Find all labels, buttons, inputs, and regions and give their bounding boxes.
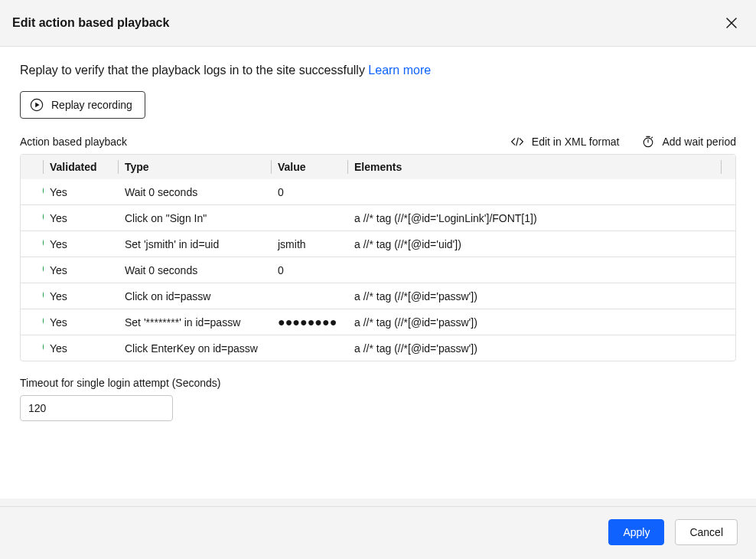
intro-description: Replay to verify that the playback logs … bbox=[20, 64, 368, 77]
check-circle-icon bbox=[42, 340, 44, 354]
row-actions-cell bbox=[722, 335, 735, 361]
check-circle-icon bbox=[42, 184, 44, 198]
elements-cell: a //* tag (//*[@id='passw']) bbox=[348, 283, 722, 309]
check-circle-icon bbox=[42, 288, 44, 302]
add-wait-button[interactable]: Add wait period bbox=[642, 136, 736, 148]
replay-button-label: Replay recording bbox=[51, 99, 132, 111]
check-circle-icon bbox=[42, 262, 44, 276]
type-cell: Set 'jsmith' in id=uid bbox=[119, 231, 272, 257]
col-header-elements[interactable]: Elements bbox=[348, 155, 722, 179]
table-toolbar: Action based playback Edit in XML format… bbox=[20, 136, 736, 148]
table-row[interactable]: YesWait 0 seconds0 bbox=[21, 257, 735, 283]
code-icon bbox=[510, 136, 524, 148]
check-circle-icon bbox=[42, 236, 44, 250]
value-cell: ●●●●●●●● bbox=[272, 309, 348, 335]
value-cell bbox=[272, 283, 348, 309]
row-actions-cell bbox=[722, 283, 735, 309]
add-wait-label: Add wait period bbox=[662, 136, 736, 148]
validated-icon-cell bbox=[21, 335, 44, 361]
elements-cell: a //* tag (//*[@id='uid']) bbox=[348, 231, 722, 257]
timeout-input[interactable] bbox=[20, 395, 173, 421]
col-header-blank bbox=[21, 155, 44, 179]
table-row[interactable]: YesSet '********' in id=passw●●●●●●●●a /… bbox=[21, 309, 735, 335]
row-actions-cell bbox=[722, 179, 735, 205]
svg-marker-3 bbox=[35, 103, 39, 107]
col-header-type[interactable]: Type bbox=[119, 155, 272, 179]
validated-icon-cell bbox=[21, 309, 44, 335]
learn-more-link[interactable]: Learn more bbox=[368, 64, 431, 77]
dialog-header: Edit action based playback bbox=[0, 0, 756, 47]
table-row[interactable]: YesWait 0 seconds0 bbox=[21, 179, 735, 205]
type-cell: Click on id=passw bbox=[119, 283, 272, 309]
validated-cell: Yes bbox=[44, 257, 119, 283]
validated-icon-cell bbox=[21, 283, 44, 309]
validated-cell: Yes bbox=[44, 283, 119, 309]
cancel-button[interactable]: Cancel bbox=[675, 519, 738, 545]
svg-line-4 bbox=[516, 138, 518, 145]
value-cell: 0 bbox=[272, 257, 348, 283]
edit-xml-button[interactable]: Edit in XML format bbox=[510, 136, 620, 148]
validated-icon-cell bbox=[21, 257, 44, 283]
dialog-title: Edit action based playback bbox=[12, 16, 169, 30]
timer-icon bbox=[642, 136, 654, 148]
play-circle-icon bbox=[30, 98, 44, 112]
close-icon bbox=[725, 16, 738, 30]
validated-cell: Yes bbox=[44, 205, 119, 231]
check-circle-icon bbox=[42, 314, 44, 328]
table-row[interactable]: YesClick EnterKey on id=passwa //* tag (… bbox=[21, 335, 735, 361]
apply-button[interactable]: Apply bbox=[608, 519, 664, 545]
section-label: Action based playback bbox=[20, 136, 127, 148]
validated-icon-cell bbox=[21, 231, 44, 257]
check-circle-icon bbox=[42, 210, 44, 224]
edit-xml-label: Edit in XML format bbox=[532, 136, 620, 148]
value-cell: jsmith bbox=[272, 231, 348, 257]
value-cell bbox=[272, 335, 348, 361]
validated-cell: Yes bbox=[44, 309, 119, 335]
type-cell: Wait 0 seconds bbox=[119, 257, 272, 283]
elements-cell bbox=[348, 179, 722, 205]
value-cell: 0 bbox=[272, 179, 348, 205]
value-cell bbox=[272, 205, 348, 231]
replay-recording-button[interactable]: Replay recording bbox=[20, 91, 145, 119]
validated-icon-cell bbox=[21, 179, 44, 205]
table-row[interactable]: YesClick on id=passwa //* tag (//*[@id='… bbox=[21, 283, 735, 309]
row-actions-cell bbox=[722, 309, 735, 335]
close-button[interactable] bbox=[719, 11, 744, 35]
table-row[interactable]: YesSet 'jsmith' in id=uidjsmitha //* tag… bbox=[21, 231, 735, 257]
table-row[interactable]: YesClick on "Sign In"a //* tag (//*[@id=… bbox=[21, 205, 735, 231]
type-cell: Wait 0 seconds bbox=[119, 179, 272, 205]
type-cell: Click EnterKey on id=passw bbox=[119, 335, 272, 361]
row-actions-cell bbox=[722, 257, 735, 283]
elements-cell: a //* tag (//*[@id='passw']) bbox=[348, 335, 722, 361]
validated-cell: Yes bbox=[44, 179, 119, 205]
table-header-row: Validated Type Value Elements bbox=[21, 155, 735, 179]
svg-line-8 bbox=[652, 137, 653, 138]
dialog-body: Replay to verify that the playback logs … bbox=[0, 47, 756, 499]
row-actions-cell bbox=[722, 205, 735, 231]
validated-cell: Yes bbox=[44, 231, 119, 257]
col-header-validated[interactable]: Validated bbox=[44, 155, 119, 179]
elements-cell bbox=[348, 257, 722, 283]
elements-cell: a //* tag (//*[@id='passw']) bbox=[348, 309, 722, 335]
type-cell: Set '********' in id=passw bbox=[119, 309, 272, 335]
toolbar-actions: Edit in XML format Add wait period bbox=[510, 136, 736, 148]
col-header-actions bbox=[722, 155, 735, 179]
intro-text: Replay to verify that the playback logs … bbox=[20, 64, 736, 77]
row-actions-cell bbox=[722, 231, 735, 257]
elements-cell: a //* tag (//*[@id='LoginLink']/FONT[1]) bbox=[348, 205, 722, 231]
validated-icon-cell bbox=[21, 205, 44, 231]
dialog-footer: Apply Cancel bbox=[0, 506, 756, 559]
col-header-value[interactable]: Value bbox=[272, 155, 348, 179]
type-cell: Click on "Sign In" bbox=[119, 205, 272, 231]
playback-table: Validated Type Value Elements YesWait 0 … bbox=[20, 154, 736, 361]
timeout-label: Timeout for single login attempt (Second… bbox=[20, 377, 736, 389]
validated-cell: Yes bbox=[44, 335, 119, 361]
